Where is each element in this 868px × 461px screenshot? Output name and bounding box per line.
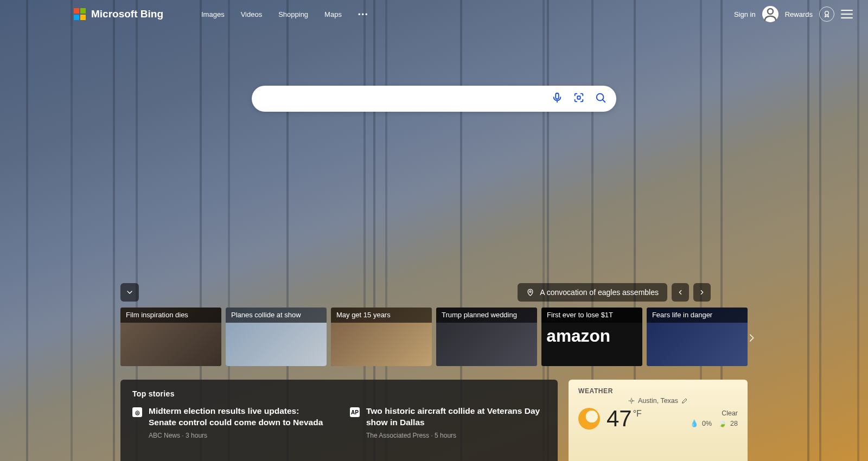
top-story-headline: Midterm election results live updates: S… (149, 406, 328, 428)
trending-card[interactable]: Film inspiration dies (120, 308, 221, 366)
trending-card-title: Fears life in danger (647, 308, 748, 323)
rewards-link[interactable]: Rewards (785, 10, 813, 18)
bottom-panels: Top stories ◎ Midterm election results l… (120, 380, 748, 461)
trending-card-title: May get 15 years (331, 308, 432, 323)
trending-card[interactable]: May get 15 years (331, 308, 432, 366)
image-next-button[interactable] (693, 283, 711, 302)
image-prev-button[interactable] (672, 283, 689, 302)
primary-nav: Images Videos Shopping Maps ••• (201, 10, 369, 18)
trending-card[interactable]: Planes collide at show (226, 308, 327, 366)
trending-card-title: Trump planned wedding (436, 308, 537, 323)
chevron-down-icon (125, 288, 134, 297)
weather-heading: WEATHER (578, 387, 738, 395)
nav-more-icon[interactable]: ••• (358, 10, 369, 18)
svg-point-6 (630, 400, 633, 402)
rewards-badge-icon[interactable] (819, 7, 834, 22)
nav-maps[interactable]: Maps (324, 10, 342, 18)
trending-card-title: Planes collide at show (226, 308, 327, 323)
trending-carousel: Film inspiration dies Planes collide at … (120, 308, 748, 366)
edit-icon[interactable] (681, 398, 688, 404)
header-right: Sign in Rewards (734, 6, 853, 22)
target-icon (628, 398, 635, 404)
trending-card[interactable]: Trump planned wedding (436, 308, 537, 366)
header: Microsoft Bing Images Videos Shopping Ma… (0, 0, 868, 28)
weather-location[interactable]: Austin, Texas (578, 397, 738, 405)
image-search-icon[interactable] (573, 92, 585, 106)
microphone-icon[interactable] (551, 92, 563, 106)
chevron-left-icon (676, 289, 684, 296)
hamburger-menu-icon[interactable] (841, 10, 853, 18)
avatar-icon[interactable] (762, 6, 778, 22)
location-pin-icon (526, 289, 534, 297)
image-of-the-day-bar: A convocation of eagles assembles (518, 283, 711, 302)
search-input[interactable] (265, 94, 551, 104)
top-story-meta: The Associated Press · 5 hours (366, 432, 546, 439)
source-badge-icon: AP (350, 407, 360, 417)
brand-logo-group[interactable]: Microsoft Bing (74, 8, 163, 20)
top-stories-panel: Top stories ◎ Midterm election results l… (120, 380, 558, 461)
top-story-headline: Two historic aircraft collide at Veteran… (366, 406, 546, 428)
image-of-the-day-info[interactable]: A convocation of eagles assembles (518, 283, 667, 302)
microsoft-logo-icon (74, 8, 86, 20)
svg-rect-2 (556, 93, 559, 99)
chevron-right-icon (698, 289, 706, 296)
top-stories-heading: Top stories (132, 389, 546, 398)
top-story-meta: ABC News · 3 hours (149, 432, 328, 439)
top-story-item[interactable]: AP Two historic aircraft collide at Vete… (350, 406, 546, 439)
search-bar (252, 86, 616, 112)
svg-point-0 (768, 9, 773, 14)
trending-card-title: First ever to lose $1T (541, 308, 642, 323)
nav-images[interactable]: Images (201, 10, 225, 18)
search-icon[interactable] (595, 92, 607, 106)
svg-rect-3 (577, 96, 580, 99)
source-badge-icon: ◎ (132, 407, 142, 417)
leaf-icon: 🍃 (718, 419, 727, 429)
weather-condition: Clear (690, 408, 738, 419)
weather-panel[interactable]: WEATHER Austin, Texas 47°F Clear 💧0% 🍃28 (569, 380, 748, 461)
top-story-item[interactable]: ◎ Midterm election results live updates:… (132, 406, 328, 439)
image-of-the-day-caption: A convocation of eagles assembles (540, 288, 659, 297)
svg-point-5 (529, 291, 531, 292)
chevron-right-icon (746, 330, 756, 346)
carousel-next-button[interactable] (743, 324, 760, 351)
trending-card[interactable]: First ever to lose $1T (541, 308, 642, 366)
brand-name: Microsoft Bing (91, 8, 163, 20)
weather-aqi: 28 (730, 419, 738, 429)
weather-precip: 0% (702, 419, 712, 429)
nav-shopping[interactable]: Shopping (278, 10, 308, 18)
nav-videos[interactable]: Videos (241, 10, 263, 18)
trending-card[interactable]: Fears life in danger (647, 308, 748, 366)
collapse-feed-button[interactable] (120, 283, 139, 302)
moon-icon (578, 408, 600, 430)
sign-in-link[interactable]: Sign in (734, 10, 756, 18)
weather-temp: 47°F (607, 406, 642, 432)
droplet-icon: 💧 (690, 419, 699, 429)
trending-card-title: Film inspiration dies (120, 308, 221, 323)
